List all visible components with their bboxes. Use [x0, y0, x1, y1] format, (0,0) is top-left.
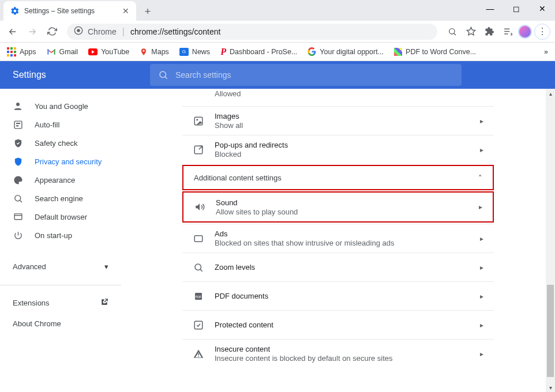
svg-rect-9	[16, 125, 18, 126]
browser-tab[interactable]: Settings – Site settings ✕	[3, 1, 136, 21]
forward-button[interactable]	[24, 24, 40, 40]
tab-close-icon[interactable]: ✕	[122, 6, 129, 16]
row-title: Protected content	[215, 321, 470, 329]
close-button[interactable]: ✕	[529, 0, 555, 17]
row-zoom[interactable]: Zoom levels ▸	[182, 252, 494, 281]
reading-list-icon[interactable]	[500, 24, 516, 40]
search-settings-input[interactable]	[175, 70, 453, 80]
vertical-scrollbar[interactable]: ▴ ▾	[546, 89, 555, 392]
search-icon[interactable]	[444, 24, 460, 40]
browser-toolbar: Chrome | chrome://settings/content ⋮	[0, 21, 555, 43]
about-label: About Chrome	[13, 319, 61, 328]
bookmark-star-icon[interactable]	[463, 24, 479, 40]
row-images[interactable]: Images Show all ▸	[182, 106, 494, 135]
profile-avatar[interactable]	[518, 25, 532, 39]
sidebar-item-search-engine[interactable]: Search engine	[0, 189, 121, 208]
sidebar-about[interactable]: About Chrome	[0, 313, 121, 334]
svg-rect-11	[14, 213, 22, 219]
bookmark-pdf[interactable]: PDF to Word Conve...	[394, 48, 476, 56]
sidebar-item-autofill[interactable]: Auto-fill	[0, 115, 121, 134]
chevron-right-icon: ▸	[480, 146, 483, 154]
pdf-icon	[394, 48, 402, 56]
svg-point-16	[195, 264, 201, 270]
bookmarks-overflow[interactable]: »	[544, 48, 548, 56]
scroll-down-arrow[interactable]: ▾	[546, 383, 555, 392]
sidebar-label: Auto-fill	[35, 120, 59, 129]
bookmark-news[interactable]: G News	[179, 48, 210, 56]
search-icon	[13, 194, 23, 203]
person-icon	[13, 101, 23, 111]
svg-point-10	[14, 195, 20, 201]
row-partial-top[interactable]: Allowed	[182, 89, 494, 106]
row-title: Zoom levels	[215, 263, 470, 272]
row-subtitle: Blocked on sites that show intrusive or …	[215, 239, 470, 247]
bookmark-digital[interactable]: Your digital opport...	[308, 47, 384, 56]
minimize-button[interactable]: —	[477, 0, 503, 17]
shield-icon	[13, 157, 23, 167]
highlight-additional-settings: Additional content settings ˄	[182, 165, 494, 190]
row-protected[interactable]: Protected content ▸	[182, 310, 494, 339]
row-title: PDF documents	[215, 292, 470, 300]
chevron-right-icon: ▸	[480, 235, 483, 243]
palette-icon	[13, 175, 23, 185]
svg-rect-19	[194, 321, 202, 329]
youtube-icon	[88, 48, 97, 55]
row-sound[interactable]: Sound Allow sites to play sound ▸	[183, 193, 493, 221]
omnibox[interactable]: Chrome | chrome://settings/content	[67, 24, 437, 40]
bookmark-youtube[interactable]: YouTube	[88, 48, 129, 56]
svg-rect-7	[14, 121, 22, 129]
sidebar-item-default-browser[interactable]: Default browser	[0, 208, 121, 226]
extensions-label: Extensions	[13, 299, 50, 307]
power-icon	[13, 231, 23, 240]
extensions-icon[interactable]	[481, 24, 497, 40]
bookmark-label: Gmail	[59, 48, 78, 56]
bookmark-label: News	[192, 48, 210, 56]
sidebar-extensions[interactable]: Extensions	[0, 292, 121, 313]
bookmark-dashboard[interactable]: P Dashboard - ProSe...	[220, 47, 297, 57]
reload-button[interactable]	[44, 24, 60, 40]
search-settings-wrap[interactable]	[150, 64, 462, 86]
bookmark-maps[interactable]: Maps	[140, 47, 169, 57]
bookmark-apps[interactable]: Apps	[7, 47, 36, 56]
titlebar: Settings – Site settings ✕ + — ◻ ✕	[0, 0, 555, 21]
row-popups[interactable]: Pop-ups and redirects Blocked ▸	[182, 135, 494, 164]
new-tab-button[interactable]: +	[140, 3, 156, 20]
external-link-icon	[100, 298, 108, 308]
maximize-button[interactable]: ◻	[503, 0, 529, 17]
search-icon	[158, 70, 168, 80]
google-icon	[308, 47, 316, 56]
additional-content-settings-header[interactable]: Additional content settings ˄	[183, 166, 493, 189]
popup-icon	[193, 145, 204, 155]
sidebar-item-safety-check[interactable]: Safety check	[0, 134, 121, 152]
settings-header: Settings	[0, 61, 555, 89]
back-button[interactable]	[5, 24, 21, 40]
svg-text:PDF: PDF	[196, 295, 202, 298]
omnibox-prefix: Chrome	[88, 27, 117, 36]
chevron-right-icon: ▸	[480, 321, 483, 329]
sidebar-item-startup[interactable]: On start-up	[0, 226, 121, 244]
bookmark-gmail[interactable]: Gmail	[47, 48, 78, 56]
sidebar-label: Privacy and security	[35, 157, 102, 166]
sidebar-item-privacy[interactable]: Privacy and security	[0, 152, 121, 171]
chevron-up-icon: ˄	[478, 174, 482, 182]
scroll-up-arrow[interactable]: ▴	[546, 89, 555, 98]
chevron-right-icon: ▸	[480, 350, 483, 358]
svg-point-6	[16, 103, 20, 106]
sidebar-item-you-and-google[interactable]: You and Google	[0, 97, 121, 115]
chrome-menu-button[interactable]: ⋮	[534, 24, 550, 40]
chevron-right-icon: ▸	[480, 292, 483, 300]
row-insecure[interactable]: Insecure content Insecure content is blo…	[182, 339, 494, 368]
sidebar-item-appearance[interactable]: Appearance	[0, 171, 121, 189]
row-pdf[interactable]: PDF PDF documents ▸	[182, 281, 494, 310]
svg-point-2	[449, 28, 455, 33]
bookmark-label: Dashboard - ProSe...	[230, 48, 297, 56]
row-ads[interactable]: Ads Blocked on sites that show intrusive…	[182, 224, 494, 252]
scroll-thumb[interactable]	[547, 285, 554, 377]
highlight-sound-row: Sound Allow sites to play sound ▸	[182, 191, 494, 223]
site-info-icon[interactable]	[74, 26, 83, 37]
pinterest-icon: P	[220, 47, 226, 57]
sidebar-advanced[interactable]: Advanced ▾	[0, 255, 121, 278]
svg-rect-8	[16, 122, 20, 123]
row-title: Pop-ups and redirects	[215, 141, 470, 149]
settings-favicon	[10, 6, 20, 16]
